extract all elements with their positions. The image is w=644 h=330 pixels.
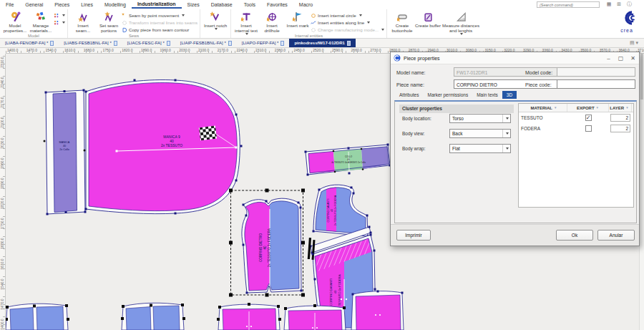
piece-bottom-magenta-1[interactable] <box>217 303 281 330</box>
insert-entities-along-line-item[interactable]: Insert entities along line <box>311 19 384 26</box>
column-header-layer[interactable]: LAYER▼ <box>609 104 632 112</box>
scrollbar-thumb[interactable] <box>640 49 643 100</box>
manage-materials-button[interactable]: Manage materials... <box>28 11 54 33</box>
dialog-button-bar: Imprimir Ok Anular <box>391 224 639 246</box>
piece-manica-9[interactable]: MANICA 9 40 2x TESSUTO <box>84 79 243 215</box>
insert-seam-button[interactable]: Insert seam... <box>70 11 96 33</box>
maximize-icon[interactable]: ▢ <box>615 52 627 64</box>
ruler-label: 1400.0 <box>7 48 18 52</box>
body-location-select[interactable]: Torso <box>449 114 511 123</box>
select-caret[interactable] <box>502 130 510 137</box>
doc-tab-active[interactable]: pinkodressfW17-012DR1 <box>289 39 355 47</box>
tab-main-texts[interactable]: Main texts <box>472 91 502 99</box>
insert-drillhole-button[interactable]: Insert drillhole <box>259 11 285 33</box>
svg-text:2x TESSUTO,1x FODERA: 2x TESSUTO,1x FODERA <box>338 274 341 310</box>
set-seam-portions-button[interactable]: Set seam portions <box>96 11 122 33</box>
model-properties-button[interactable]: Model properties... <box>2 11 28 33</box>
copy-piece-from-seam-item[interactable]: Copy piece from seam contour <box>122 26 197 33</box>
document-icon <box>167 41 170 46</box>
menu-database[interactable]: Database <box>205 1 238 8</box>
measure-distances-button[interactable]: Measure distances and lenghts <box>441 11 481 35</box>
create-buffer-button[interactable]: Create buffer <box>415 11 441 28</box>
doc-tab-2[interactable]: [LIABS-FESB1BNL-FA] * <box>59 39 122 47</box>
doc-tab-1[interactable]: [LIABA-FENOBP-FA] * <box>0 39 59 47</box>
piece-manica-small[interactable]: MANICA 40 2x Collo <box>44 89 87 215</box>
ribbon-group-sews: Insert seam... Set seam portions Seam by… <box>68 9 200 38</box>
tab-list-icon[interactable]: ▤ ▾ <box>630 40 638 46</box>
tab-attributes[interactable]: Attributes <box>395 91 423 99</box>
vertical-scrollbar[interactable] <box>639 48 644 330</box>
menu-sizes[interactable]: Sizes <box>182 1 205 8</box>
piece-bottom-blue-1[interactable] <box>5 304 69 330</box>
model-extra-button-1[interactable] <box>54 12 65 19</box>
piece-bottom-magenta-2[interactable] <box>284 304 346 330</box>
create-buttonhole-button[interactable]: Create buttonhole <box>389 11 415 33</box>
tab-marker-permissions[interactable]: Marker permissions <box>423 91 472 99</box>
select-caret[interactable] <box>502 145 510 152</box>
piece-code-field[interactable] <box>557 79 635 89</box>
table-row[interactable]: FODERA 2 <box>519 123 633 134</box>
menu-favorites[interactable]: Favorites <box>261 1 293 8</box>
filter-icon[interactable]: ▼ <box>596 106 599 110</box>
layer-field[interactable]: 2 <box>610 114 630 122</box>
document-icon <box>228 41 232 46</box>
change-mode-icon <box>311 27 316 33</box>
close-icon[interactable]: ✕ <box>627 52 639 64</box>
export-checkbox[interactable]: ✓ <box>585 115 592 121</box>
ruler-label: 2240.0 <box>236 48 247 52</box>
ribbon-group-tools: Create buttonhole Create buffer Measure … <box>387 9 483 38</box>
body-wrap-select[interactable]: Flat <box>449 144 511 153</box>
ok-button[interactable]: Ok <box>556 230 593 241</box>
menu-macro[interactable]: Macro <box>293 1 318 8</box>
model-code-field[interactable] <box>557 67 635 77</box>
menu-modelling[interactable]: Modelling <box>99 1 132 8</box>
piece-point <box>84 150 86 152</box>
anular-button[interactable]: Anular <box>597 230 635 241</box>
menu-pieces[interactable]: Pieces <box>49 1 75 8</box>
piece-bottom-magenta-3[interactable] <box>351 291 404 330</box>
menu-industrialization[interactable]: Industrialization <box>132 1 182 9</box>
doc-tab-4[interactable]: [LIAIP-FESB1BNL-FA] * <box>175 39 237 47</box>
insert-internal-text-button[interactable]: Insert internal text <box>233 11 259 35</box>
insert-mark-button[interactable]: Insert mark <box>285 11 311 28</box>
document-icon <box>50 41 54 46</box>
piece-collo[interactable]: COLLO 40 4x TESSUTO 4x ADESIVO 2x Collo <box>305 144 391 176</box>
filter-icon[interactable]: ▼ <box>554 106 557 110</box>
body-view-select[interactable]: Back <box>449 129 511 138</box>
doc-tab-3[interactable]: [LIACS-FESC-FA] * <box>122 39 175 47</box>
tab-3d[interactable]: 3D <box>502 91 517 99</box>
column-header-export[interactable]: EXPORT▼ <box>567 104 609 112</box>
titlebar-aux-icons[interactable]: ▦ ⊞ ⓘ <box>607 1 634 8</box>
imprimir-button[interactable]: Imprimir <box>396 230 431 241</box>
menu-file[interactable]: File <box>0 1 19 8</box>
table-row[interactable]: TESSUTO ✓ 2 <box>519 112 633 123</box>
column-header-material[interactable]: MATERIAL▼ <box>519 104 567 112</box>
material-cell: TESSUTO <box>519 115 567 120</box>
insert-notch-button[interactable]: Insert notch <box>203 11 228 30</box>
header-label: EXPORT <box>577 106 595 110</box>
svg-text:MANICA: MANICA <box>59 141 70 144</box>
search-input[interactable] <box>537 1 600 8</box>
menu-lines[interactable]: Lines <box>75 1 99 8</box>
filter-icon[interactable]: ▼ <box>625 106 628 110</box>
doc-tab-5[interactable]: [LIAPO-FEFP-FA] * <box>237 39 290 47</box>
tab-label: [LIAIP-FESB1BNL-FA] * <box>180 41 226 45</box>
menu-tools[interactable]: Tools <box>238 1 261 8</box>
document-icon <box>114 41 117 46</box>
model-extra-button-2[interactable] <box>54 19 65 26</box>
menu-general[interactable]: General <box>19 1 49 8</box>
minimize-icon[interactable]: – <box>602 52 615 64</box>
piece-corpino-dietro[interactable]: CORPINO DIETRO 40 2x TESSUTO,2x FODERA <box>236 197 306 297</box>
layer-field[interactable]: 2 <box>610 125 630 132</box>
piece-bottom-blue-2[interactable] <box>121 303 185 330</box>
transform-lines-icon <box>122 20 127 26</box>
piece-code-label: Piece code: <box>525 82 552 87</box>
select-caret[interactable] <box>502 115 510 122</box>
tab-label: [LIAPO-FEFP-FA] * <box>242 41 279 45</box>
export-checkbox[interactable] <box>585 125 592 132</box>
select-value: Back <box>450 131 502 136</box>
insert-internal-circle-item[interactable]: Insert internal circle <box>311 12 384 19</box>
piece-point <box>44 140 46 142</box>
dialog-titlebar[interactable]: Piece properties – ▢ ✕ <box>391 52 639 64</box>
seam-by-point-movement-item[interactable]: Seam by point movement <box>122 12 197 19</box>
